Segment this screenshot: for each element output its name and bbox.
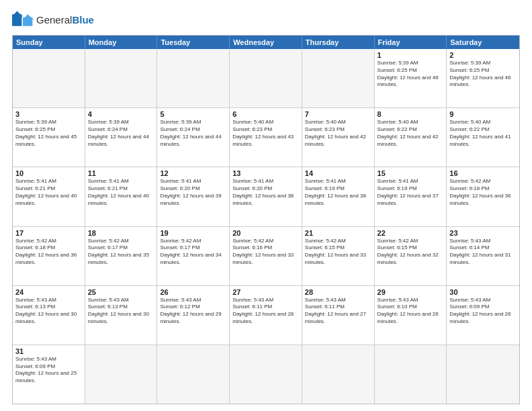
cell-sun-info: Sunrise: 5:40 AMSunset: 6:23 PMDaylight:… — [232, 119, 299, 148]
calendar-cell: 7Sunrise: 5:40 AMSunset: 6:23 PMDaylight… — [302, 108, 375, 167]
day-number: 1 — [378, 51, 444, 59]
weekday-header: Monday — [85, 36, 158, 49]
day-number: 30 — [449, 288, 517, 296]
cell-sun-info: Sunrise: 5:39 AMSunset: 6:24 PMDaylight:… — [88, 119, 154, 148]
calendar-cell — [447, 345, 519, 404]
cell-sun-info: Sunrise: 5:43 AMSunset: 6:12 PMDaylight:… — [160, 297, 226, 326]
calendar-cell: 18Sunrise: 5:42 AMSunset: 6:17 PMDayligh… — [85, 227, 158, 285]
calendar-cell: 11Sunrise: 5:41 AMSunset: 6:21 PMDayligh… — [85, 167, 158, 226]
calendar-cell: 19Sunrise: 5:42 AMSunset: 6:17 PMDayligh… — [157, 227, 230, 285]
calendar-cell: 9Sunrise: 5:40 AMSunset: 6:22 PMDaylight… — [447, 108, 519, 167]
logo: GeneralBlue — [12, 11, 94, 30]
calendar-cell — [85, 49, 158, 107]
weekday-header: Wednesday — [230, 36, 302, 49]
day-number: 6 — [232, 110, 299, 118]
calendar-cell: 23Sunrise: 5:43 AMSunset: 6:14 PMDayligh… — [447, 227, 519, 285]
calendar-cell: 5Sunrise: 5:39 AMSunset: 6:24 PMDaylight… — [157, 108, 230, 167]
cell-sun-info: Sunrise: 5:40 AMSunset: 6:22 PMDaylight:… — [378, 119, 444, 148]
calendar-cell — [157, 49, 230, 107]
calendar-cell: 31Sunrise: 5:43 AMSunset: 6:09 PMDayligh… — [13, 345, 85, 404]
page: GeneralBlue SundayMondayTuesdayWednesday… — [0, 0, 532, 411]
calendar-cell — [13, 49, 85, 107]
day-number: 22 — [378, 229, 444, 237]
day-number: 24 — [15, 288, 82, 296]
cell-sun-info: Sunrise: 5:39 AMSunset: 6:25 PMDaylight:… — [449, 60, 517, 89]
calendar-cell: 17Sunrise: 5:42 AMSunset: 6:18 PMDayligh… — [13, 227, 85, 285]
calendar-cell: 30Sunrise: 5:43 AMSunset: 6:09 PMDayligh… — [447, 286, 519, 345]
calendar-cell: 21Sunrise: 5:42 AMSunset: 6:15 PMDayligh… — [302, 227, 375, 285]
cell-sun-info: Sunrise: 5:43 AMSunset: 6:11 PMDaylight:… — [232, 297, 299, 326]
cell-sun-info: Sunrise: 5:40 AMSunset: 6:22 PMDaylight:… — [449, 119, 517, 148]
day-number: 31 — [15, 347, 82, 355]
calendar: SundayMondayTuesdayWednesdayThursdayFrid… — [12, 35, 520, 404]
day-number: 23 — [449, 229, 517, 237]
cell-sun-info: Sunrise: 5:43 AMSunset: 6:13 PMDaylight:… — [15, 297, 82, 326]
cell-sun-info: Sunrise: 5:43 AMSunset: 6:09 PMDaylight:… — [15, 356, 82, 385]
day-number: 29 — [378, 288, 444, 296]
header: GeneralBlue — [12, 11, 520, 30]
cell-sun-info: Sunrise: 5:42 AMSunset: 6:17 PMDaylight:… — [160, 238, 226, 267]
calendar-cell: 6Sunrise: 5:40 AMSunset: 6:23 PMDaylight… — [230, 108, 302, 167]
calendar-cell: 14Sunrise: 5:41 AMSunset: 6:19 PMDayligh… — [302, 167, 375, 226]
day-number: 4 — [88, 110, 154, 118]
calendar-cell — [85, 345, 158, 404]
day-number: 11 — [88, 169, 154, 177]
cell-sun-info: Sunrise: 5:42 AMSunset: 6:15 PMDaylight:… — [378, 238, 444, 267]
calendar-body: 1Sunrise: 5:39 AMSunset: 6:25 PMDaylight… — [13, 49, 519, 404]
calendar-week-row: 24Sunrise: 5:43 AMSunset: 6:13 PMDayligh… — [13, 285, 519, 345]
calendar-week-row: 1Sunrise: 5:39 AMSunset: 6:25 PMDaylight… — [13, 49, 519, 107]
day-number: 21 — [305, 229, 371, 237]
cell-sun-info: Sunrise: 5:39 AMSunset: 6:24 PMDaylight:… — [160, 119, 226, 148]
calendar-cell — [375, 345, 447, 404]
day-number: 19 — [160, 229, 226, 237]
day-number: 20 — [232, 229, 299, 237]
day-number: 7 — [305, 110, 371, 118]
day-number: 2 — [449, 51, 517, 59]
calendar-cell: 1Sunrise: 5:39 AMSunset: 6:25 PMDaylight… — [375, 49, 447, 107]
calendar-cell: 15Sunrise: 5:41 AMSunset: 6:19 PMDayligh… — [375, 167, 447, 226]
calendar-cell — [230, 345, 302, 404]
day-number: 9 — [449, 110, 517, 118]
calendar-cell: 24Sunrise: 5:43 AMSunset: 6:13 PMDayligh… — [13, 286, 85, 345]
calendar-week-row: 31Sunrise: 5:43 AMSunset: 6:09 PMDayligh… — [13, 345, 519, 404]
calendar-cell — [302, 49, 375, 107]
day-number: 26 — [160, 288, 226, 296]
weekday-header: Saturday — [447, 36, 519, 49]
calendar-cell — [230, 49, 302, 107]
weekday-header: Sunday — [13, 36, 85, 49]
calendar-cell: 20Sunrise: 5:42 AMSunset: 6:16 PMDayligh… — [230, 227, 302, 285]
logo-general: General — [36, 14, 72, 26]
day-number: 25 — [88, 288, 154, 296]
day-number: 18 — [88, 229, 154, 237]
cell-sun-info: Sunrise: 5:40 AMSunset: 6:23 PMDaylight:… — [305, 119, 371, 148]
calendar-cell: 16Sunrise: 5:42 AMSunset: 6:18 PMDayligh… — [447, 167, 519, 226]
calendar-cell: 26Sunrise: 5:43 AMSunset: 6:12 PMDayligh… — [157, 286, 230, 345]
weekday-header: Thursday — [302, 36, 375, 49]
calendar-cell: 12Sunrise: 5:41 AMSunset: 6:20 PMDayligh… — [157, 167, 230, 226]
svg-marker-1 — [12, 11, 23, 16]
calendar-cell: 4Sunrise: 5:39 AMSunset: 6:24 PMDaylight… — [85, 108, 158, 167]
cell-sun-info: Sunrise: 5:42 AMSunset: 6:15 PMDaylight:… — [305, 238, 371, 267]
calendar-cell: 22Sunrise: 5:42 AMSunset: 6:15 PMDayligh… — [375, 227, 447, 285]
cell-sun-info: Sunrise: 5:39 AMSunset: 6:25 PMDaylight:… — [15, 119, 82, 148]
weekday-header: Tuesday — [157, 36, 230, 49]
calendar-cell: 13Sunrise: 5:41 AMSunset: 6:20 PMDayligh… — [230, 167, 302, 226]
calendar-cell: 25Sunrise: 5:43 AMSunset: 6:13 PMDayligh… — [85, 286, 158, 345]
day-number: 5 — [160, 110, 226, 118]
calendar-cell: 8Sunrise: 5:40 AMSunset: 6:22 PMDaylight… — [375, 108, 447, 167]
calendar-header: SundayMondayTuesdayWednesdayThursdayFrid… — [13, 36, 519, 49]
calendar-cell: 29Sunrise: 5:43 AMSunset: 6:10 PMDayligh… — [375, 286, 447, 345]
logo-blue: Blue — [72, 14, 94, 26]
day-number: 16 — [449, 169, 517, 177]
day-number: 3 — [15, 110, 82, 118]
cell-sun-info: Sunrise: 5:43 AMSunset: 6:14 PMDaylight:… — [449, 238, 517, 267]
calendar-cell — [302, 345, 375, 404]
svg-marker-3 — [23, 14, 34, 19]
day-number: 13 — [232, 169, 299, 177]
calendar-week-row: 17Sunrise: 5:42 AMSunset: 6:18 PMDayligh… — [13, 226, 519, 285]
logo-text: GeneralBlue — [36, 15, 94, 26]
calendar-cell: 28Sunrise: 5:43 AMSunset: 6:11 PMDayligh… — [302, 286, 375, 345]
cell-sun-info: Sunrise: 5:41 AMSunset: 6:19 PMDaylight:… — [305, 178, 371, 207]
day-number: 27 — [232, 288, 299, 296]
cell-sun-info: Sunrise: 5:42 AMSunset: 6:18 PMDaylight:… — [15, 238, 82, 267]
